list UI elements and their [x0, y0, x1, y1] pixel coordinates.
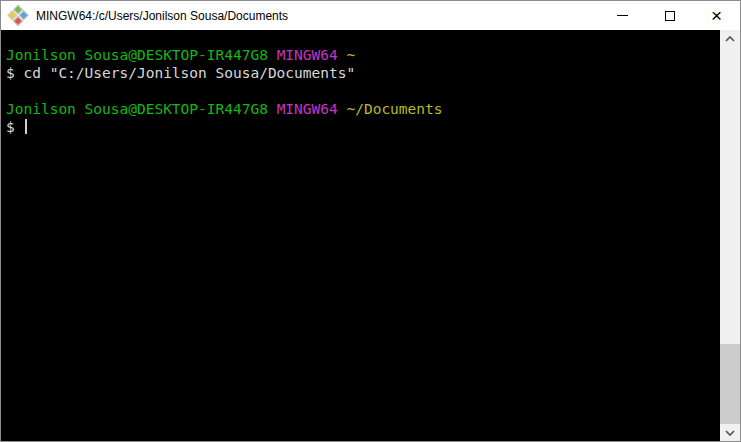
app-icon [7, 4, 30, 27]
close-button[interactable]: × [693, 1, 740, 30]
terminal-text-segment: Jonilson Sousa@DESKTOP-IR447G8 [6, 47, 277, 63]
minimize-button[interactable] [599, 1, 646, 30]
terminal-line: Jonilson Sousa@DESKTOP-IR447G8 MINGW64 ~ [6, 46, 720, 64]
terminal-line: Jonilson Sousa@DESKTOP-IR447G8 MINGW64 ~… [6, 100, 720, 118]
maximize-button[interactable] [646, 1, 693, 30]
titlebar[interactable]: MINGW64:/c/Users/Jonilson Sousa/Document… [1, 1, 740, 30]
terminal-output: Jonilson Sousa@DESKTOP-IR447G8 MINGW64 ~… [6, 46, 720, 136]
text-cursor [25, 119, 27, 134]
terminal-text-segment: ~ [346, 47, 355, 63]
chevron-down-icon [725, 430, 735, 436]
close-icon: × [711, 6, 722, 25]
minimize-icon [617, 15, 628, 16]
terminal-line: $ cd "C:/Users/Jonilson Sousa/Documents" [6, 64, 720, 82]
terminal-text-segment: $ [6, 119, 23, 135]
maximize-icon [665, 11, 675, 21]
terminal-text-segment: Jonilson Sousa@DESKTOP-IR447G8 [6, 101, 277, 117]
terminal-text-segment: $ cd "C:/Users/Jonilson Sousa/Documents" [6, 65, 355, 81]
window-title: MINGW64:/c/Users/Jonilson Sousa/Document… [36, 9, 599, 23]
chevron-up-icon [725, 36, 735, 42]
terminal-text-segment: MINGW64 [277, 101, 347, 117]
scroll-up-button[interactable] [720, 30, 740, 47]
terminal-window: MINGW64:/c/Users/Jonilson Sousa/Document… [0, 0, 741, 442]
terminal-line: $ [6, 118, 720, 136]
scroll-down-button[interactable] [720, 424, 740, 441]
terminal-text-segment: MINGW64 [277, 47, 347, 63]
window-controls: × [599, 1, 740, 30]
terminal-screen[interactable]: Jonilson Sousa@DESKTOP-IR447G8 MINGW64 ~… [1, 30, 720, 441]
terminal-text-segment: ~/Documents [346, 101, 442, 117]
terminal-line [6, 82, 720, 100]
scrollbar[interactable] [720, 30, 740, 441]
scrollbar-thumb[interactable] [720, 344, 740, 424]
